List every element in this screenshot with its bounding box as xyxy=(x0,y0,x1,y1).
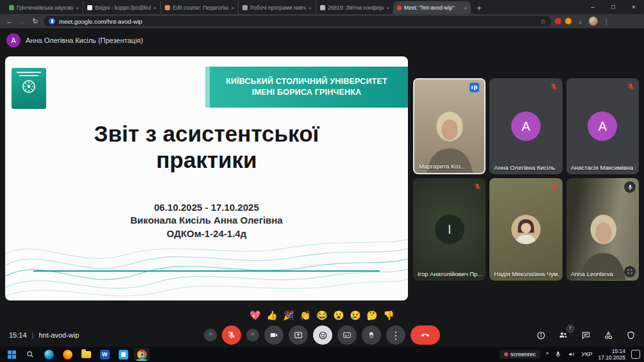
mic-muted-icon xyxy=(549,81,559,92)
browser-tab-inbox[interactable]: Вхідні - koppn.fpo@kubg.edu... × xyxy=(83,1,160,14)
tab-title: Edit course: Педагогіка та пси... xyxy=(173,4,228,11)
windows-logo-icon xyxy=(8,350,16,359)
mic-muted-icon xyxy=(625,81,636,92)
taskbar-explorer-button[interactable] xyxy=(78,348,94,361)
participant-tile-anna-kysil[interactable]: А Анна Олегівна Кисіль xyxy=(489,78,562,174)
screenrec-widget[interactable]: screenrec xyxy=(500,350,541,359)
raise-hand-button[interactable] xyxy=(362,325,381,345)
window-close-button[interactable]: × xyxy=(623,0,644,14)
camera-options-chevron-icon[interactable]: ^ xyxy=(246,329,259,341)
slide-title: Звіт з асистентської практики xyxy=(5,120,408,174)
slide-date-range: 06.10.2025 - 17.10.2025 xyxy=(5,201,408,214)
word-icon: W xyxy=(100,350,110,359)
reaction-clap[interactable]: 👏 xyxy=(300,309,311,321)
search-icon xyxy=(26,350,35,359)
participant-tile-anastasiia[interactable]: А Анастасія Максимівна Не... xyxy=(566,78,639,174)
university-banner: КИЇВСЬКИЙ СТОЛИЧНИЙ УНІВЕРСИТЕТ ІМЕНІ БО… xyxy=(205,67,408,108)
reaction-surprised[interactable]: 😮 xyxy=(333,309,344,321)
tray-language-indicator[interactable]: УКР xyxy=(581,351,592,358)
reaction-laugh[interactable]: 😂 xyxy=(316,309,328,321)
taskbar-app-button[interactable] xyxy=(115,348,131,361)
taskbar-edge-button[interactable] xyxy=(41,348,56,361)
bookmark-star-icon[interactable]: ☆ xyxy=(540,18,546,25)
record-dot-icon xyxy=(504,352,508,356)
participant-avatar: І xyxy=(435,215,464,244)
reaction-heart[interactable]: 💖 xyxy=(250,309,261,321)
window-maximize-button[interactable]: □ xyxy=(603,0,623,14)
reaction-thumbs-up[interactable]: 👍 xyxy=(266,309,278,321)
reload-icon[interactable]: ↻ xyxy=(31,17,40,26)
reaction-sad[interactable]: 😢 xyxy=(350,309,361,321)
new-tab-button[interactable]: + xyxy=(473,3,485,14)
tray-hidden-icons-chevron[interactable]: ^ xyxy=(546,351,548,358)
address-bar[interactable]: meet.google.com/hnt-avod-wip ☆ xyxy=(44,16,551,26)
downloads-icon[interactable]: ↓ xyxy=(575,18,585,25)
recording-indicator-icon xyxy=(397,6,402,10)
tab-close-icon[interactable]: × xyxy=(76,5,79,11)
tray-mic-icon[interactable] xyxy=(554,350,562,358)
tab-title: 26819: Звітна конференція | [... xyxy=(328,4,384,11)
present-screen-button[interactable] xyxy=(289,325,308,345)
tray-clock[interactable]: 15:14 17.10.2025 xyxy=(598,348,625,361)
browser-menu-kebab-icon[interactable]: ⋮ xyxy=(602,18,611,25)
mic-mute-button[interactable] xyxy=(222,325,241,345)
browser-profile-avatar[interactable] xyxy=(589,17,598,26)
browser-tab-programs[interactable]: Робочі програми навчальні... × xyxy=(238,1,316,14)
reaction-party[interactable]: 🎉 xyxy=(283,309,294,321)
meeting-info: 15:14 | hnt-avod-wip xyxy=(9,324,79,347)
back-icon[interactable]: ← xyxy=(5,17,14,25)
university-name-line1: КИЇВСЬКИЙ СТОЛИЧНИЙ УНІВЕРСИТЕТ xyxy=(205,76,408,88)
browser-toolbar: ← → ↻ meet.google.com/hnt-avod-wip ☆ ↓ ⋮ xyxy=(0,14,644,28)
tab-close-icon[interactable]: × xyxy=(231,5,234,11)
browser-tab-science-school[interactable]: Грінченківська наукова школ... × xyxy=(5,1,83,14)
taskbar-chrome-button-active[interactable] xyxy=(134,348,149,361)
extension-icon[interactable] xyxy=(565,18,572,24)
browser-tab-conference[interactable]: 26819: Звітна конференція | [... × xyxy=(316,1,393,14)
tab-favicon xyxy=(320,5,325,10)
edge-icon xyxy=(44,350,54,359)
reaction-thumbs-down[interactable]: 👎 xyxy=(383,309,394,321)
participant-tile-nadiia[interactable]: Надія Миколаївна Чум... xyxy=(489,178,562,281)
activities-panel-icon[interactable] xyxy=(602,329,614,341)
forward-icon[interactable]: → xyxy=(18,17,27,25)
notification-center-icon[interactable] xyxy=(631,350,640,359)
mic-options-chevron-icon[interactable]: ^ xyxy=(204,329,217,341)
browser-tab-meet-active[interactable]: Meet: "hnt-avod-wip" × xyxy=(393,1,471,14)
host-controls-icon[interactable] xyxy=(625,329,636,341)
tab-title: Робочі програми навчальні... xyxy=(250,4,306,11)
participant-avatar: А xyxy=(511,111,541,141)
participant-tile-ihor[interactable]: І Ігор Анатолійович Пр... xyxy=(413,178,486,281)
reaction-thinking[interactable]: 🤔 xyxy=(366,309,378,321)
meeting-code: hnt-avod-wip xyxy=(38,331,79,339)
camera-button[interactable] xyxy=(264,325,284,345)
site-info-icon[interactable] xyxy=(49,18,55,24)
call-controls: ^ ^ xyxy=(204,325,440,345)
tray-volume-icon[interactable] xyxy=(568,350,575,358)
taskbar-firefox-button[interactable] xyxy=(60,348,75,361)
reactions-button[interactable] xyxy=(313,325,332,345)
tab-close-icon[interactable]: × xyxy=(309,5,312,11)
tab-close-icon[interactable]: × xyxy=(153,5,157,11)
chrome-icon xyxy=(137,350,147,359)
taskbar-search-button[interactable] xyxy=(22,348,38,361)
tab-favicon xyxy=(9,5,14,10)
university-name-line2: ІМЕНІ БОРИСА ГРІНЧЕНКА xyxy=(205,87,408,99)
captions-button[interactable] xyxy=(337,325,357,345)
participants-panel-icon[interactable]: 7 xyxy=(557,329,569,341)
browser-tab-edit-course[interactable]: Edit course: Педагогіка та пси... × xyxy=(160,1,238,14)
more-options-button[interactable]: ⋮ xyxy=(386,325,405,345)
participant-tile-margaryta[interactable]: Маргарита Коз... xyxy=(413,78,486,174)
tab-close-icon[interactable]: × xyxy=(464,5,467,11)
window-minimize-button[interactable]: – xyxy=(582,0,603,14)
participant-tile-anna-leontieva[interactable]: Anna Leontieva xyxy=(566,178,639,281)
tab-close-icon[interactable]: × xyxy=(386,5,389,11)
chat-panel-icon[interactable] xyxy=(580,329,591,341)
url-text: meet.google.com/hnt-avod-wip xyxy=(59,18,142,25)
extension-icon[interactable] xyxy=(555,18,561,24)
end-call-button[interactable] xyxy=(411,325,440,345)
participant-name: Анастасія Максимівна Не... xyxy=(571,164,636,171)
start-button[interactable] xyxy=(4,348,19,361)
meeting-details-info-icon[interactable] xyxy=(535,329,547,341)
participant-name: Анна Олегівна Кисіль xyxy=(494,164,559,171)
taskbar-word-button[interactable]: W xyxy=(97,348,112,361)
